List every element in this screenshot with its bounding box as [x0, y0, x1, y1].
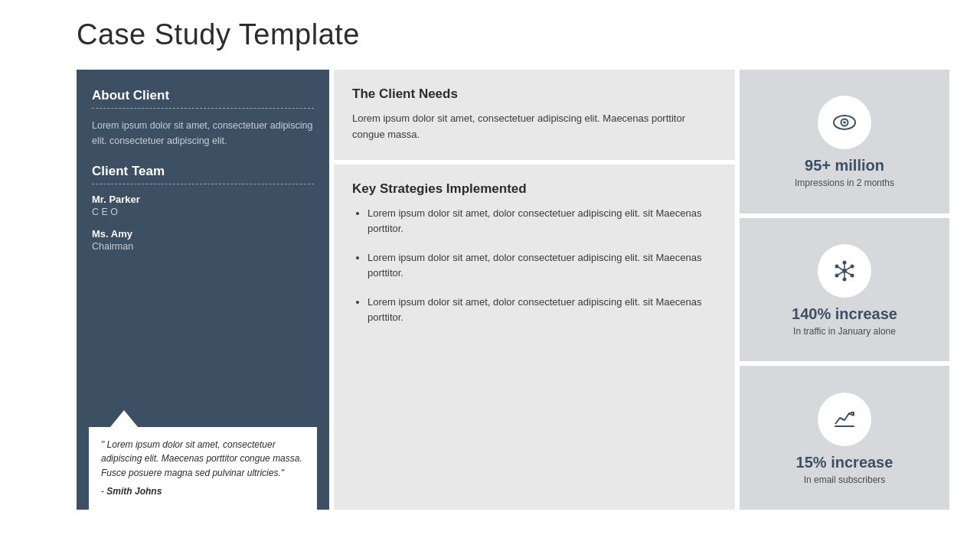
client-team-section: Client Team Mr. Parker C E O Ms. Amy Cha…: [92, 164, 314, 262]
svg-point-2: [843, 122, 846, 125]
right-column: 95+ million Impressions in 2 months: [740, 70, 949, 510]
team-member-2: Ms. Amy Chairman: [92, 228, 314, 252]
member-2-name: Ms. Amy: [92, 228, 314, 240]
subscribers-number: 15% increase: [796, 454, 893, 471]
about-title: About Client: [92, 88, 314, 103]
about-text: Lorem ipsum dolor sit amet, consectetuer…: [92, 118, 314, 148]
impressions-icon-circle: [818, 96, 871, 149]
stat-card-subscribers: 15% increase In email subscribers: [740, 366, 949, 510]
strategy-item-2: Lorem ipsum dolor sit amet, dolor consec…: [368, 250, 717, 281]
member-1-role: C E O: [92, 207, 314, 217]
left-column: About Client Lorem ipsum dolor sit amet,…: [77, 70, 329, 510]
page-title: Case Study Template: [77, 18, 949, 51]
strategies-card: Key Strategies Implemented Lorem ipsum d…: [334, 165, 735, 510]
speech-arrow: [110, 410, 138, 427]
strategy-item-1: Lorem ipsum dolor sit amet, dolor consec…: [368, 206, 717, 236]
stat-card-traffic: 140% increase In traffic in January alon…: [740, 218, 949, 362]
team-divider: [92, 184, 314, 184]
stat-card-impressions: 95+ million Impressions in 2 months: [740, 70, 949, 214]
chart-icon: [831, 406, 858, 433]
eye-icon: [831, 109, 858, 136]
strategies-title: Key Strategies Implemented: [352, 181, 717, 197]
member-1-name: Mr. Parker: [92, 194, 314, 205]
svg-line-11: [844, 266, 852, 271]
member-2-role: Chairman: [92, 241, 314, 252]
strategies-list: Lorem ipsum dolor sit amet, dolor consec…: [352, 206, 717, 326]
svg-line-13: [844, 271, 852, 276]
svg-rect-16: [835, 425, 854, 427]
client-team-title: Client Team: [92, 164, 314, 179]
impressions-label: Impressions in 2 months: [795, 177, 894, 190]
subscribers-icon-circle: [818, 393, 871, 446]
impressions-number: 95+ million: [805, 157, 884, 174]
traffic-label: In traffic in January alone: [793, 325, 896, 338]
quote-area: " Lorem ipsum dolor sit amet, consectetu…: [89, 410, 317, 510]
svg-line-12: [837, 271, 844, 276]
client-needs-title: The Client Needs: [352, 86, 717, 102]
traffic-number: 140% increase: [792, 305, 897, 323]
middle-column: The Client Needs Lorem ipsum dolor sit a…: [334, 70, 735, 510]
network-icon: [831, 257, 858, 285]
strategy-item-3: Lorem ipsum dolor sit amet, dolor consec…: [368, 295, 717, 325]
client-needs-text: Lorem ipsum dolor sit amet, consectetuer…: [352, 111, 717, 143]
client-needs-card: The Client Needs Lorem ipsum dolor sit a…: [334, 70, 735, 160]
quote-author: - Smith Johns: [101, 484, 305, 499]
speech-bubble: " Lorem ipsum dolor sit amet, consectetu…: [89, 427, 317, 510]
traffic-icon-circle: [818, 244, 871, 298]
svg-line-10: [837, 266, 844, 271]
team-member-1: Mr. Parker C E O: [92, 194, 314, 217]
subscribers-label: In email subscribers: [804, 474, 886, 487]
about-divider: [92, 108, 314, 109]
content-grid: About Client Lorem ipsum dolor sit amet,…: [77, 70, 949, 510]
quote-author-name: Smith Johns: [106, 486, 162, 497]
quote-text: " Lorem ipsum dolor sit amet, consectetu…: [101, 439, 302, 478]
